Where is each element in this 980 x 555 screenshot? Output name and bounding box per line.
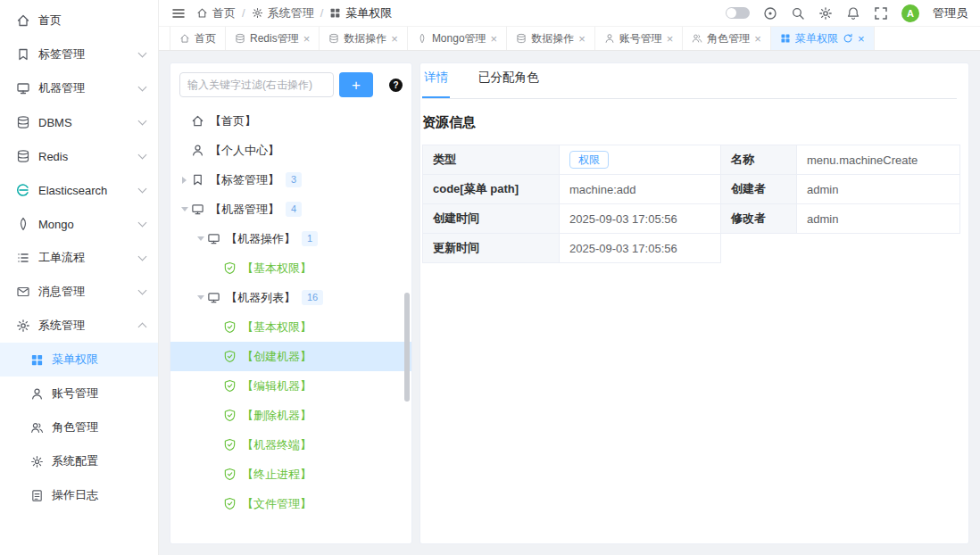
tree-node-machine-list[interactable]: 【机器列表】 16	[170, 283, 411, 312]
tab-redis[interactable]: Redis管理 ×	[226, 27, 320, 50]
sidebar-item-label: 标签管理	[38, 46, 139, 62]
list-icon	[16, 251, 30, 265]
close-icon[interactable]: ×	[391, 33, 398, 45]
hamburger-menu-icon[interactable]	[171, 6, 186, 21]
tree-node-machine-terminal[interactable]: 【机器终端】	[170, 430, 411, 460]
tab-mongo[interactable]: Mongo管理 ×	[408, 27, 507, 50]
tab-accounts[interactable]: 账号管理 ×	[595, 27, 684, 50]
toggle-knob	[727, 8, 736, 18]
sidebar-item-operation-logs[interactable]: 操作日志	[0, 478, 158, 512]
caret-expanded-icon[interactable]	[194, 236, 207, 241]
breadcrumb-system[interactable]: 系统管理	[252, 5, 314, 21]
sidebar-item-label: 系统管理	[38, 318, 139, 334]
close-icon[interactable]: ×	[491, 33, 498, 45]
sidebar-item-messages[interactable]: 消息管理	[0, 275, 158, 309]
shield-icon	[223, 261, 237, 275]
sidebar-item-elasticsearch[interactable]: Elasticsearch	[0, 173, 158, 207]
sidebar: 首页 标签管理 机器管理 DBMS Redis Elasticsearch	[0, 0, 159, 555]
sidebar-item-menu-permissions[interactable]: 菜单权限	[0, 343, 158, 377]
sidebar-item-system[interactable]: 系统管理	[0, 309, 158, 343]
user-avatar[interactable]: A	[901, 4, 919, 22]
tab-assigned-roles[interactable]: 已分配角色	[477, 70, 541, 98]
tree-node-label: 【机器终端】	[242, 437, 311, 453]
sidebar-item-redis[interactable]: Redis	[0, 139, 158, 173]
chevron-down-icon	[138, 151, 147, 160]
sidebar-item-label: 系统配置	[52, 453, 98, 469]
sidebar-item-mongo[interactable]: Mongo	[0, 207, 158, 241]
tab-menu-permissions[interactable]: 菜单权限 ×	[771, 27, 875, 50]
sidebar-item-label: 角色管理	[52, 419, 98, 435]
home-icon	[16, 13, 30, 28]
tab-details[interactable]: 详情	[422, 70, 450, 98]
monitor-icon	[207, 291, 220, 304]
guide-icon[interactable]	[763, 6, 777, 21]
add-permission-button[interactable]: +	[339, 72, 373, 97]
notifications-icon[interactable]	[846, 6, 860, 21]
detail-tabs: 详情 已分配角色	[422, 63, 957, 99]
count-badge: 3	[286, 172, 302, 187]
tree-node-label: 【创建机器】	[242, 349, 311, 365]
close-icon[interactable]: ×	[578, 33, 586, 45]
gear-icon	[252, 7, 263, 19]
sidebar-item-home[interactable]: 首页	[0, 4, 158, 37]
tree-node-edit-machine[interactable]: 【编辑机器】	[170, 371, 411, 401]
close-icon[interactable]: ×	[303, 33, 311, 45]
grid-icon	[30, 353, 44, 367]
sidebar-item-dbms[interactable]: DBMS	[0, 105, 158, 139]
chevron-down-icon	[138, 49, 147, 58]
settings-icon[interactable]	[818, 6, 833, 21]
sidebar-item-workorders[interactable]: 工单流程	[0, 241, 158, 275]
sidebar-item-machines[interactable]: 机器管理	[0, 71, 158, 105]
close-icon[interactable]: ×	[667, 33, 674, 45]
tree-filter-input[interactable]	[179, 72, 334, 97]
caret-expanded-icon[interactable]	[194, 295, 207, 300]
tree-node-machine-ops[interactable]: 【机器操作】 1	[170, 224, 411, 253]
tab-home[interactable]: 首页	[170, 27, 226, 50]
theme-toggle[interactable]	[726, 7, 750, 19]
breadcrumb-menu-permissions[interactable]: 菜单权限	[329, 5, 392, 21]
home-icon	[191, 114, 204, 128]
section-title: 资源信息	[422, 114, 957, 131]
tree-node-tags[interactable]: 【标签管理】 3	[170, 165, 411, 195]
tree-node-label: 【基本权限】	[242, 319, 311, 335]
breadcrumb-label: 首页	[212, 5, 236, 21]
help-icon[interactable]: ?	[389, 79, 403, 92]
sidebar-item-label: 机器管理	[38, 80, 139, 96]
tree-node-delete-machine[interactable]: 【删除机器】	[170, 401, 411, 430]
user-icon	[30, 387, 44, 401]
shield-icon	[223, 320, 237, 334]
close-icon[interactable]: ×	[754, 33, 761, 45]
caret-expanded-icon[interactable]	[178, 207, 191, 211]
tab-data-ops-2[interactable]: 数据操作 ×	[507, 27, 595, 50]
tab-data-ops-1[interactable]: 数据操作 ×	[320, 27, 408, 50]
tree-node-label: 【删除机器】	[242, 408, 311, 424]
tree-node-kill-process[interactable]: 【终止进程】	[170, 460, 411, 489]
tree-node-basic-permission[interactable]: 【基本权限】	[170, 253, 411, 283]
tree-node-home[interactable]: 【首页】	[170, 106, 411, 136]
tree-node-label: 【文件管理】	[242, 496, 311, 512]
breadcrumb-home[interactable]: 首页	[196, 5, 236, 21]
tab-roles[interactable]: 角色管理 ×	[683, 27, 771, 50]
tree-node-create-machine[interactable]: 【创建机器】	[170, 342, 411, 371]
caret-collapsed-icon[interactable]	[178, 177, 191, 184]
refresh-icon[interactable]	[843, 33, 853, 44]
mail-icon	[16, 285, 30, 299]
chevron-down-icon	[138, 185, 147, 194]
breadcrumb-separator: /	[320, 6, 324, 20]
sidebar-item-tags[interactable]: 标签管理	[0, 37, 158, 71]
close-icon[interactable]: ×	[858, 33, 865, 45]
count-badge: 1	[302, 231, 318, 246]
search-icon[interactable]	[791, 6, 805, 21]
tree-node-profile[interactable]: 【个人中心】	[170, 136, 411, 165]
sidebar-item-roles[interactable]: 角色管理	[0, 410, 158, 444]
scrollbar-thumb[interactable]	[404, 293, 410, 402]
tree-node-machines[interactable]: 【机器管理】 4	[170, 195, 411, 224]
sidebar-item-accounts[interactable]: 账号管理	[0, 377, 158, 410]
tree-node-file-management[interactable]: 【文件管理】	[170, 489, 411, 518]
user-name[interactable]: 管理员	[933, 5, 968, 21]
fullscreen-icon[interactable]	[874, 6, 888, 21]
sidebar-item-system-config[interactable]: 系统配置	[0, 444, 158, 478]
user-icon	[604, 33, 615, 44]
field-label-code: code[菜单 path]	[423, 175, 560, 204]
tree-node-basic-permission-2[interactable]: 【基本权限】	[170, 312, 411, 342]
